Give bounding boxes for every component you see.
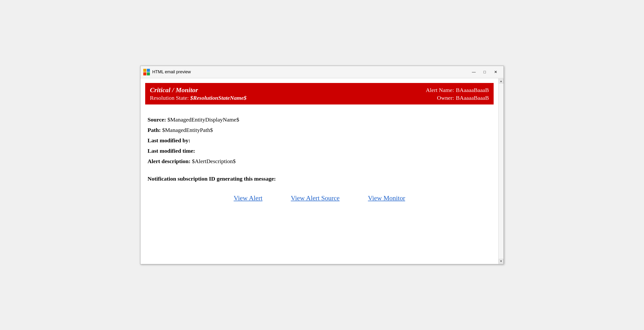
alert-description-line: Alert description: $AlertDescription$ bbox=[148, 157, 491, 166]
last-modified-time-line: Last modified time: bbox=[148, 146, 491, 155]
content-wrapper: Critical / Monitor Alert Name: BAaaaaBaa… bbox=[140, 78, 504, 264]
scroll-down-button[interactable]: ▼ bbox=[499, 259, 504, 264]
app-icon bbox=[143, 69, 150, 75]
icon-cell-4 bbox=[147, 72, 150, 75]
banner-alert-name-field: Alert Name: BAaaaaBaaaB bbox=[426, 87, 489, 93]
maximize-button[interactable]: □ bbox=[480, 68, 490, 76]
alert-banner: Critical / Monitor Alert Name: BAaaaaBaa… bbox=[145, 83, 494, 104]
alert-name-label: Alert Name: bbox=[426, 87, 454, 93]
last-modified-by-line: Last modified by: bbox=[148, 136, 491, 145]
path-label: Path: bbox=[148, 127, 161, 133]
banner-row-1: Critical / Monitor Alert Name: BAaaaaBaa… bbox=[150, 86, 489, 94]
alert-description-label: Alert description: bbox=[148, 158, 190, 164]
titlebar: HTML email preview — □ ✕ bbox=[140, 66, 504, 78]
owner-label: Owner: bbox=[437, 95, 454, 101]
icon-cell-1 bbox=[143, 69, 146, 72]
banner-severity: Critical / Monitor bbox=[150, 86, 426, 94]
source-value: $ManagedEntityDisplayName$ bbox=[167, 116, 239, 123]
spacer-2 bbox=[148, 167, 491, 175]
owner-value: BAaaaaBaaaB bbox=[456, 95, 489, 101]
resolution-state-value: $ResolutionStateName$ bbox=[190, 95, 247, 101]
window-controls: — □ ✕ bbox=[468, 68, 501, 76]
alert-description-value: $AlertDescription$ bbox=[192, 158, 236, 164]
view-monitor-link[interactable]: View Monitor bbox=[368, 194, 405, 202]
icon-cell-2 bbox=[147, 69, 150, 72]
resolution-state-label: Resolution State: bbox=[150, 95, 189, 101]
source-line: Source: $ManagedEntityDisplayName$ bbox=[148, 115, 491, 124]
view-alert-link[interactable]: View Alert bbox=[234, 194, 262, 202]
banner-resolution: Resolution State: $ResolutionStateName$ bbox=[150, 95, 437, 101]
notification-label: Notification subscription ID generating … bbox=[148, 176, 276, 182]
window-title: HTML email preview bbox=[152, 70, 468, 74]
source-label: Source: bbox=[148, 116, 166, 123]
path-line: Path: $ManagedEntityPath$ bbox=[148, 126, 491, 134]
email-content: Critical / Monitor Alert Name: BAaaaaBaa… bbox=[140, 78, 498, 264]
scrollbar: ▲ ▼ bbox=[498, 78, 504, 264]
main-window: HTML email preview — □ ✕ Critical / Moni… bbox=[140, 66, 504, 264]
notification-line: Notification subscription ID generating … bbox=[148, 175, 491, 183]
minimize-button[interactable]: — bbox=[468, 68, 479, 76]
alert-name-value: BAaaaaBaaaB bbox=[456, 87, 489, 93]
last-modified-by-label: Last modified by: bbox=[148, 137, 190, 143]
spacer-1 bbox=[148, 112, 491, 115]
banner-row-2: Resolution State: $ResolutionStateName$ … bbox=[150, 95, 489, 101]
banner-owner-field: Owner: BAaaaaBaaaB bbox=[437, 95, 489, 101]
path-value: $ManagedEntityPath$ bbox=[162, 127, 213, 133]
close-button[interactable]: ✕ bbox=[490, 68, 501, 76]
links-row: View Alert View Alert Source View Monito… bbox=[140, 190, 498, 209]
last-modified-time-label: Last modified time: bbox=[148, 148, 195, 154]
email-body: Source: $ManagedEntityDisplayName$ Path:… bbox=[140, 104, 498, 190]
scroll-up-button[interactable]: ▲ bbox=[499, 79, 504, 83]
icon-cell-3 bbox=[143, 72, 146, 75]
view-alert-source-link[interactable]: View Alert Source bbox=[291, 194, 340, 202]
